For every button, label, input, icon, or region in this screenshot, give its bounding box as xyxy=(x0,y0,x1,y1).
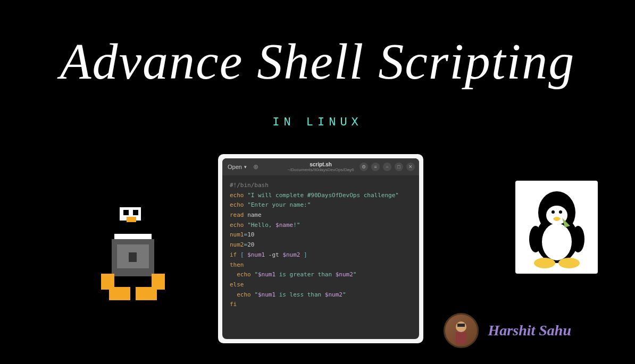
close-icon[interactable]: ✕ xyxy=(406,163,415,171)
svg-point-21 xyxy=(552,210,555,214)
svg-rect-5 xyxy=(127,217,136,222)
editor-titlebar: Open ⊕ script.sh ~/Documents/90daysDevOp… xyxy=(222,158,419,175)
author-avatar xyxy=(444,313,479,348)
new-tab-icon[interactable]: ⊕ xyxy=(253,163,258,171)
author-block: Harshit Sahu xyxy=(444,313,571,348)
maximize-icon[interactable]: □ xyxy=(395,163,403,171)
svg-rect-13 xyxy=(109,287,130,300)
svg-rect-14 xyxy=(136,287,157,300)
tux-penguin-icon xyxy=(515,181,598,274)
svg-point-26 xyxy=(558,258,580,268)
page-title: Advance Shell Scripting xyxy=(60,32,575,91)
svg-rect-10 xyxy=(129,252,137,262)
svg-rect-3 xyxy=(123,210,129,215)
svg-rect-28 xyxy=(456,332,466,344)
page-subtitle: IN LINUX xyxy=(272,116,363,129)
open-button[interactable]: Open xyxy=(228,164,247,170)
svg-rect-4 xyxy=(133,210,138,215)
gear-icon[interactable]: ⚙ xyxy=(360,163,368,171)
code-editor-window: Open ⊕ script.sh ~/Documents/90daysDevOp… xyxy=(218,154,423,343)
svg-point-25 xyxy=(534,258,555,268)
svg-point-23 xyxy=(529,226,542,252)
menu-icon[interactable]: ≡ xyxy=(371,163,380,171)
author-name: Harshit Sahu xyxy=(488,322,571,339)
editor-filepath: ~/Documents/90daysDevOps/Day6 xyxy=(287,167,354,172)
svg-point-22 xyxy=(559,210,562,214)
svg-point-17 xyxy=(542,223,572,260)
pixel-penguin-laptop-icon xyxy=(80,191,186,308)
minimize-icon[interactable]: − xyxy=(383,163,391,171)
svg-rect-29 xyxy=(457,324,465,327)
editor-filename: script.sh xyxy=(287,162,354,167)
svg-point-24 xyxy=(572,226,584,252)
code-content: #!/bin/bash echo "I will complete #90Day… xyxy=(222,175,419,315)
